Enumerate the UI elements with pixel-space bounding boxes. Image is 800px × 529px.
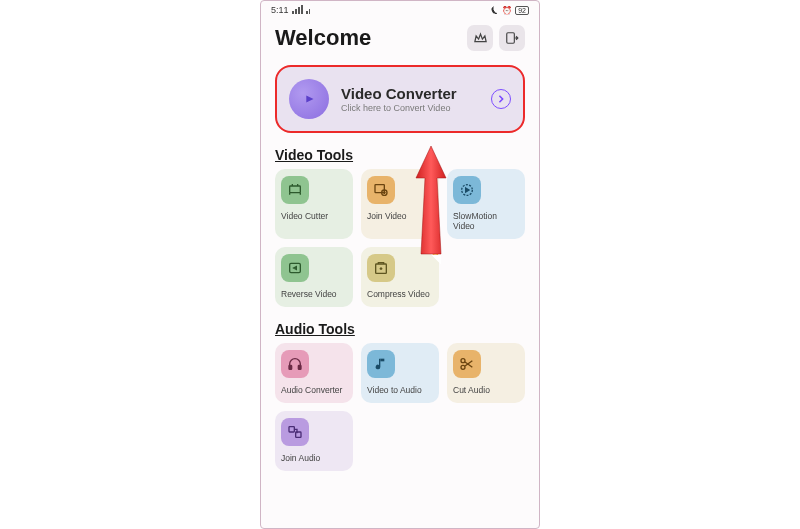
hot-badge: 🔥 — [421, 245, 441, 265]
tool-label: Audio Converter — [281, 386, 347, 396]
slowmotion-icon — [453, 176, 481, 204]
tool-label: Video Cutter — [281, 212, 347, 222]
tool-video-cutter[interactable]: Video Cutter — [275, 169, 353, 239]
video-tools-heading: Video Tools — [261, 143, 539, 169]
video-converter-icon — [289, 79, 329, 119]
exit-button[interactable] — [499, 25, 525, 51]
svg-rect-0 — [507, 33, 515, 44]
moon-icon: ⏾ — [491, 6, 499, 15]
svg-rect-8 — [298, 365, 301, 369]
join-audio-icon — [281, 418, 309, 446]
tool-reverse-video[interactable]: Reverse Video — [275, 247, 353, 307]
tool-label: Video to Audio — [367, 386, 433, 396]
svg-rect-1 — [290, 186, 301, 193]
tool-label: Join Audio — [281, 454, 347, 464]
video-converter-card[interactable]: Video Converter Click here to Convert Vi… — [275, 65, 525, 133]
main-card-subtitle: Click here to Convert Video — [341, 103, 491, 113]
tool-audio-converter[interactable]: Audio Converter — [275, 343, 353, 403]
crown-button[interactable] — [467, 25, 493, 51]
status-time: 5:11 — [271, 5, 289, 15]
svg-point-10 — [461, 365, 465, 369]
main-card-title: Video Converter — [341, 85, 491, 102]
tool-join-audio[interactable]: Join Audio — [275, 411, 353, 471]
reverse-icon — [281, 254, 309, 282]
compress-icon — [367, 254, 395, 282]
audio-tools-heading: Audio Tools — [261, 317, 539, 343]
tool-compress-video[interactable]: 🔥 Compress Video — [361, 247, 439, 307]
battery-icon: 92 — [515, 6, 529, 15]
audio-tools-grid: Audio Converter Video to Audio Cut Audio… — [261, 343, 539, 471]
status-bar: 5:11 ⏾ ⏰ 92 — [261, 1, 539, 19]
signal-icon — [292, 5, 310, 16]
cutter-icon — [281, 176, 309, 204]
tool-slowmotion[interactable]: SlowMotion Video — [447, 169, 525, 239]
alarm-icon: ⏰ — [502, 6, 512, 15]
tool-join-video[interactable]: Join Video — [361, 169, 439, 239]
tool-label: Compress Video — [367, 290, 433, 300]
svg-rect-11 — [289, 426, 294, 431]
app-screen: 5:11 ⏾ ⏰ 92 Welcome Video Converter Clic… — [260, 0, 540, 529]
scissors-icon — [453, 350, 481, 378]
video-tools-grid: Video Cutter Join Video SlowMotion Video… — [261, 169, 539, 307]
tool-label: Join Video — [367, 212, 433, 222]
tool-label: Reverse Video — [281, 290, 347, 300]
chevron-right-icon — [491, 89, 511, 109]
join-icon — [367, 176, 395, 204]
svg-point-9 — [461, 358, 465, 362]
tool-label: SlowMotion Video — [453, 212, 519, 232]
tool-label: Cut Audio — [453, 386, 519, 396]
svg-rect-2 — [375, 185, 384, 193]
music-note-icon — [367, 350, 395, 378]
tool-video-to-audio[interactable]: Video to Audio — [361, 343, 439, 403]
header: Welcome — [261, 19, 539, 61]
tool-cut-audio[interactable]: Cut Audio — [447, 343, 525, 403]
svg-rect-7 — [289, 365, 292, 369]
page-title: Welcome — [275, 25, 371, 51]
headphones-icon — [281, 350, 309, 378]
